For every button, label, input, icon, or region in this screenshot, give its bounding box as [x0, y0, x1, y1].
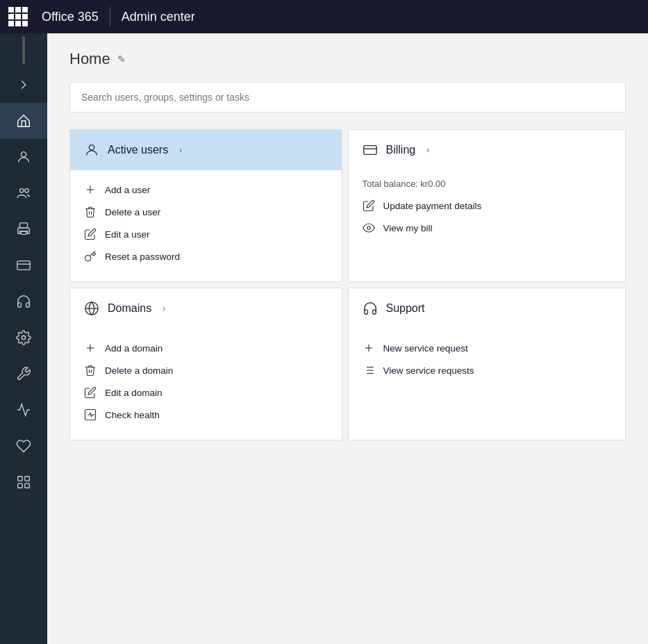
- sidebar-item-health[interactable]: [0, 428, 47, 464]
- billing-chevron: ›: [426, 145, 429, 155]
- search-bar-wrapper: [69, 82, 626, 113]
- delete-domain-action[interactable]: Delete a domain: [84, 359, 328, 381]
- billing-card-header[interactable]: Billing ›: [349, 130, 626, 170]
- sidebar-item-settings[interactable]: [0, 320, 47, 356]
- edit-user-action[interactable]: Edit a user: [84, 223, 328, 245]
- office-title: Office 365: [42, 10, 99, 24]
- billing-balance-text: Total balance: kr0.00: [363, 179, 612, 189]
- reset-password-action[interactable]: Reset a password: [84, 245, 328, 267]
- sidebar-item-home[interactable]: [0, 103, 47, 139]
- support-card: Support New service request View service…: [348, 288, 626, 440]
- support-card-body: New service request View service request…: [349, 329, 626, 395]
- page-title: Home: [69, 50, 110, 68]
- trash-icon: [84, 206, 97, 218]
- view-service-requests-label: View service requests: [383, 365, 474, 376]
- support-title: Support: [386, 302, 425, 315]
- delete-domain-trash-icon: [84, 364, 97, 377]
- new-service-request-action[interactable]: New service request: [363, 337, 612, 359]
- new-service-request-label: New service request: [383, 343, 468, 354]
- svg-rect-4: [21, 231, 26, 235]
- svg-point-0: [21, 152, 26, 157]
- page-title-row: Home ✎: [69, 50, 626, 68]
- app-launcher-icon[interactable]: [8, 7, 28, 26]
- app-header: Office 365 Admin center: [0, 0, 648, 33]
- eye-icon: [363, 222, 375, 234]
- view-bill-action[interactable]: View my bill: [363, 217, 612, 239]
- add-user-label: Add a user: [105, 185, 150, 195]
- edit-domain-action[interactable]: Edit a domain: [84, 381, 328, 404]
- add-user-action[interactable]: Add a user: [84, 179, 328, 201]
- sidebar-item-resources[interactable]: [0, 211, 47, 247]
- support-icon: [363, 301, 378, 316]
- update-payment-label: Update payment details: [383, 201, 482, 211]
- svg-point-17: [367, 226, 370, 230]
- main-layout: Home ✎ Active users › Add a user: [0, 33, 648, 644]
- edit-domain-icon: [84, 386, 97, 399]
- domains-card-header[interactable]: Domains ›: [70, 288, 342, 329]
- search-input[interactable]: [81, 92, 614, 103]
- globe-icon: [84, 301, 99, 316]
- svg-rect-3: [20, 223, 28, 228]
- view-bill-label: View my bill: [383, 223, 433, 233]
- svg-line-25: [90, 413, 92, 417]
- sidebar-item-groups[interactable]: [0, 175, 47, 211]
- check-health-label: Check health: [105, 410, 160, 420]
- header-divider: [110, 7, 110, 26]
- add-domain-label: Add a domain: [105, 343, 163, 354]
- domains-chevron: ›: [163, 304, 165, 313]
- key-icon: [84, 250, 97, 263]
- sidebar-item-support[interactable]: [0, 283, 47, 320]
- svg-rect-8: [18, 477, 22, 481]
- main-content: Home ✎ Active users › Add a user: [47, 33, 648, 644]
- svg-rect-9: [25, 477, 29, 481]
- billing-icon: [363, 142, 378, 158]
- delete-user-action[interactable]: Delete a user: [84, 201, 328, 223]
- check-health-action[interactable]: Check health: [84, 404, 328, 426]
- add-domain-action[interactable]: Add a domain: [84, 337, 328, 359]
- sidebar-item-admin-centers[interactable]: [0, 464, 47, 500]
- edit-icon: [84, 228, 97, 240]
- svg-rect-15: [363, 146, 376, 155]
- list-icon: [363, 364, 375, 377]
- sidebar-item-tools[interactable]: [0, 356, 47, 392]
- cards-grid: Active users › Add a user Delete a user: [69, 129, 626, 446]
- svg-rect-10: [18, 484, 22, 488]
- billing-card-body: Total balance: kr0.00 Update payment det…: [349, 170, 626, 253]
- check-health-icon: [84, 408, 97, 421]
- delete-domain-label: Delete a domain: [105, 365, 173, 376]
- active-users-title: Active users: [108, 144, 168, 156]
- active-users-icon: [84, 142, 99, 158]
- delete-user-label: Delete a user: [105, 207, 160, 217]
- svg-point-2: [25, 189, 29, 193]
- active-users-chevron: ›: [179, 145, 182, 155]
- admin-center-title: Admin center: [122, 10, 195, 24]
- svg-point-1: [20, 189, 24, 193]
- update-payment-action[interactable]: Update payment details: [363, 195, 612, 217]
- svg-point-7: [22, 336, 26, 340]
- sidebar: [0, 33, 47, 644]
- billing-title: Billing: [386, 144, 416, 156]
- sidebar-scrollbar: [22, 36, 25, 64]
- svg-rect-11: [25, 484, 29, 488]
- add-domain-plus-icon: [84, 342, 97, 354]
- domains-card-body: Add a domain Delete a domain Edit a doma…: [70, 329, 342, 440]
- plus-icon: [84, 183, 97, 196]
- payment-edit-icon: [363, 199, 375, 212]
- svg-line-26: [92, 415, 93, 417]
- svg-rect-5: [17, 261, 30, 270]
- new-request-plus-icon: [363, 342, 375, 354]
- sidebar-item-users[interactable]: [0, 139, 47, 175]
- edit-page-title-icon[interactable]: ✎: [117, 53, 126, 65]
- sidebar-item-billing[interactable]: [0, 247, 47, 283]
- svg-point-12: [89, 145, 94, 150]
- sidebar-toggle[interactable]: [0, 67, 47, 103]
- billing-card: Billing › Total balance: kr0.00 Update p…: [348, 129, 626, 282]
- active-users-card-header[interactable]: Active users ›: [70, 130, 342, 170]
- domains-title: Domains: [108, 302, 151, 315]
- support-card-header[interactable]: Support: [349, 288, 626, 329]
- active-users-card-body: Add a user Delete a user Edit a user: [70, 170, 342, 281]
- view-service-requests-action[interactable]: View service requests: [363, 359, 612, 381]
- sidebar-item-reports[interactable]: [0, 392, 47, 428]
- active-users-card: Active users › Add a user Delete a user: [69, 129, 342, 282]
- reset-password-label: Reset a password: [105, 251, 180, 262]
